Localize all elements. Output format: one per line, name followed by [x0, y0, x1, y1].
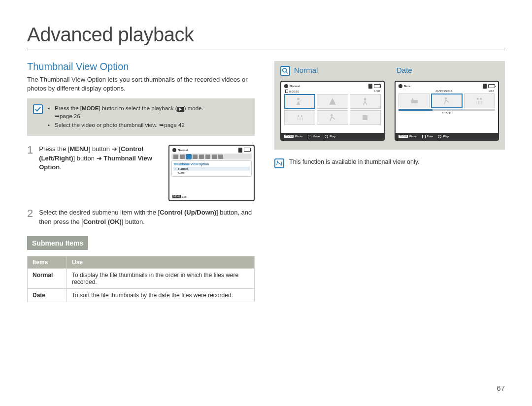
- menu-item-date: Date: [173, 171, 250, 175]
- thumbnail: [284, 110, 315, 125]
- preview-label-normal: Normal: [294, 66, 393, 74]
- note-row: This function is available in thumbnail …: [274, 158, 505, 168]
- timeline-time: 0:10:31: [399, 112, 495, 115]
- step-1-text: Press the [MENU] button ➔ [Control (Left…: [39, 145, 163, 201]
- cell-normal-label: Normal: [28, 268, 67, 288]
- thumbnail: [317, 94, 348, 109]
- submenu-table: Items Use Normal To display the file thu…: [27, 256, 255, 302]
- svg-point-4: [298, 115, 299, 117]
- lcd-date-label: JAN/01/2013: [435, 90, 453, 93]
- cell-normal-desc: To display the file thumbnails in the or…: [67, 268, 255, 288]
- cell-date-label: Date: [28, 288, 67, 302]
- battery-icon: [488, 84, 495, 88]
- step-2: 2 Select the desired submenu item with t…: [27, 208, 255, 226]
- sd-icon: [483, 84, 487, 89]
- step-2-text: Select the desired submenu item with the…: [39, 208, 255, 226]
- menu-exit-hint: MENU Exit: [172, 195, 186, 198]
- svg-point-9: [412, 98, 413, 100]
- sd-icon: [238, 148, 242, 153]
- submenu-heading: Submenu Items: [27, 236, 88, 250]
- cell-date-desc: To sort the file thumbnails by the date …: [67, 288, 255, 302]
- timeline-bar: [399, 109, 495, 111]
- step-1-number: 1: [27, 145, 33, 201]
- svg-point-6: [331, 114, 332, 116]
- rec-mode-icon: [284, 84, 288, 88]
- svg-point-0: [283, 68, 287, 72]
- section-heading: Thumbnail View Option: [27, 61, 255, 72]
- th-items: Items: [28, 256, 67, 268]
- note-text: This function is available in thumbnail …: [289, 158, 419, 165]
- battery-icon: [244, 148, 251, 152]
- ok-icon: [438, 135, 441, 138]
- preview-panel: Normal Date Normal 0:00:55 1/10: [274, 61, 505, 150]
- callout-line-2: Select the video or photo thumbnail view…: [48, 121, 203, 129]
- page-number: 67: [497, 384, 505, 392]
- svg-point-3: [364, 98, 366, 100]
- thumbnail: [464, 94, 495, 108]
- svg-line-1: [286, 72, 288, 74]
- svg-point-5: [300, 115, 302, 117]
- thumbnail: [350, 94, 381, 109]
- thumbnail: [431, 94, 462, 108]
- rec-mode-icon: [399, 84, 402, 88]
- playback-icon: [177, 107, 184, 112]
- thumbnail: [399, 94, 430, 108]
- ok-icon: [325, 135, 328, 138]
- lcd-count: 1/10: [488, 90, 494, 93]
- svg-point-11: [477, 98, 479, 100]
- step-1: 1 Press the [MENU] button ➔ [Control (Le…: [27, 145, 255, 201]
- dpad-icon: [422, 135, 426, 138]
- callout-line-1: Press the [MODE] button to select the pl…: [48, 104, 203, 120]
- zoom-button-icon: ZOOM: [284, 135, 294, 138]
- intro-paragraph: The Thumbnail View Option lets you sort …: [27, 75, 255, 93]
- table-row: Normal To display the file thumbnails in…: [28, 268, 255, 288]
- svg-point-10: [445, 97, 447, 99]
- thumbnail: [317, 110, 348, 125]
- clip-icon: [285, 90, 288, 93]
- menu-item-normal: Normal: [173, 167, 250, 171]
- svg-point-2: [297, 98, 299, 100]
- svg-point-12: [480, 98, 482, 100]
- lcd-time: 0:00:55: [289, 90, 299, 93]
- th-use: Use: [67, 256, 255, 268]
- lcd-date: Date JAN/01/2013 1/10: [395, 81, 499, 141]
- step-2-number: 2: [27, 208, 33, 226]
- thumbnail: [350, 110, 381, 125]
- table-row: Date To sort the file thumbnails by the …: [28, 288, 255, 302]
- magnifier-icon: [280, 66, 290, 76]
- svg-rect-7: [363, 115, 367, 120]
- battery-icon: [374, 84, 381, 88]
- zoom-button-icon: ZOOM: [399, 135, 408, 138]
- lcd-normal: Normal 0:00:55 1/10: [280, 81, 385, 141]
- page-title: Advanced playback: [27, 24, 505, 50]
- svg-rect-8: [411, 100, 417, 103]
- dpad-icon: [308, 135, 311, 138]
- note-icon: [274, 158, 284, 168]
- preview-label-date: Date: [397, 66, 495, 74]
- lcd-count: 1/10: [374, 90, 380, 93]
- thumbnail: [284, 94, 315, 109]
- sd-icon: [368, 84, 372, 89]
- menu-tab-strip: [171, 154, 252, 159]
- menu-screenshot: Normal Thumbnail View Option: [168, 145, 255, 201]
- rec-mode-icon: [172, 148, 176, 152]
- precondition-callout: Press the [MODE] button to select the pl…: [27, 98, 255, 136]
- menu-panel-title: Thumbnail View Option: [173, 162, 250, 166]
- check-icon: [33, 104, 43, 114]
